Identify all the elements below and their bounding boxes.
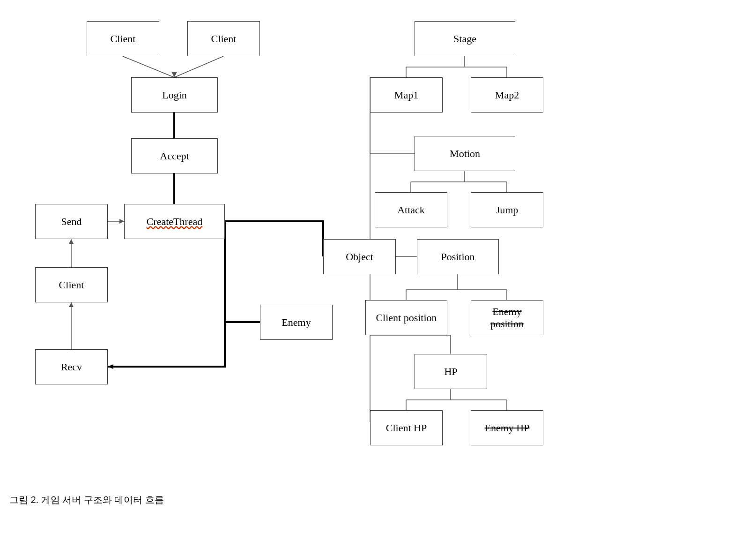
enemyhp-box: Enemy HP	[471, 410, 543, 445]
svg-marker-6	[119, 219, 124, 224]
recv-box: Recv	[35, 349, 108, 384]
clientpos-box: Client position	[365, 300, 447, 335]
accept-box: Accept	[131, 138, 218, 173]
createthread-box: CreateThread	[124, 204, 225, 239]
client2-box: Client	[187, 21, 260, 56]
svg-marker-8	[69, 239, 74, 244]
svg-marker-2	[171, 72, 177, 77]
figure-caption: 그림 2. 게임 서버 구조와 데이터 흐름	[9, 494, 164, 506]
hp-box: HP	[415, 354, 487, 389]
login-box: Login	[131, 77, 218, 113]
enemypos-box: Enemy position	[471, 300, 543, 335]
svg-marker-11	[108, 364, 113, 369]
svg-marker-10	[69, 302, 74, 307]
client3-box: Client	[35, 267, 108, 302]
position-box: Position	[417, 239, 499, 274]
send-box: Send	[35, 204, 108, 239]
svg-line-1	[174, 56, 223, 77]
stage-box: Stage	[415, 21, 515, 56]
client1-box: Client	[87, 21, 159, 56]
attack-box: Attack	[375, 192, 447, 227]
clienthp-box: Client HP	[370, 410, 443, 445]
map1-box: Map1	[370, 77, 443, 113]
enemy-box: Enemy	[260, 305, 333, 340]
map2-box: Map2	[471, 77, 543, 113]
jump-box: Jump	[471, 192, 543, 227]
svg-line-0	[123, 56, 174, 77]
motion-box: Motion	[415, 136, 515, 171]
object-box: Object	[323, 239, 396, 274]
diagram: Client Client Login Accept CreateThread …	[0, 0, 756, 516]
